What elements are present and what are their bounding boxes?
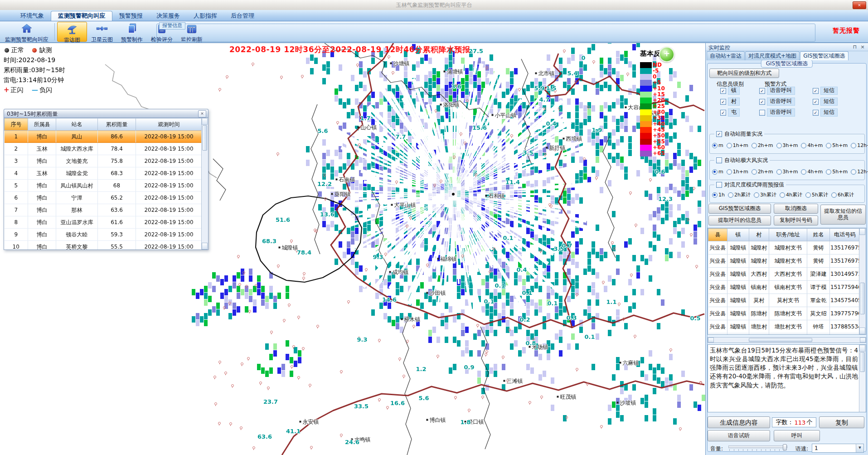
scroll-up-icon[interactable] (859, 228, 865, 235)
scroll-left-icon[interactable] (708, 338, 714, 342)
table-row[interactable]: 1博白凤山86.62022-08-19 15:00 (5, 131, 202, 143)
scroll-up-icon[interactable] (859, 345, 865, 352)
table-row[interactable]: 2玉林城隍大西水库78.42022-08-19 15:00 (5, 143, 202, 155)
radio-option[interactable]: 2h累计 (728, 191, 751, 198)
radio-option[interactable]: 12h+m (851, 142, 868, 148)
checkbox[interactable]: ✓ (720, 99, 726, 105)
extract-sms-informants-button[interactable]: 提取发短信的信息员 (820, 205, 866, 225)
scroll-up-icon[interactable] (202, 118, 208, 125)
group-checkbox[interactable]: ✓ (716, 131, 722, 137)
table-row[interactable]: 4玉林城隍金党68.32022-08-19 15:00 (5, 167, 202, 180)
radio-option[interactable]: 1h+m (727, 169, 748, 175)
radio-button[interactable] (826, 169, 831, 175)
radio-option[interactable]: 1h (712, 192, 725, 198)
rainfall-window-close-button[interactable]: × (198, 110, 206, 117)
checkbox[interactable]: ✓ (720, 110, 726, 116)
contact-row[interactable]: 兴业县城隍镇镇南村镇南村支书谭于模151775946 (708, 281, 860, 294)
panel-tab-1[interactable]: 自动站+雷达 (707, 51, 745, 60)
radio-option[interactable]: m (712, 142, 723, 148)
column-header[interactable]: 观测时间 (136, 118, 202, 131)
radio-button[interactable] (801, 143, 806, 148)
column-header[interactable]: 村 (749, 229, 769, 241)
copy-call-numbers-button[interactable]: 复制呼叫号码 (774, 215, 818, 225)
radio-button[interactable] (752, 169, 757, 175)
panel-tab-2[interactable]: 对流尺度模式+地图 (745, 51, 800, 60)
column-header[interactable]: 所属县 (28, 118, 56, 131)
radio-button[interactable] (805, 192, 811, 198)
checkbox[interactable]: ✓ (759, 88, 765, 94)
scrollbar-thumb[interactable] (202, 125, 207, 151)
scrollbar-thumb[interactable] (860, 352, 865, 372)
radio-option[interactable]: 5h+m (826, 169, 848, 175)
scrollbar-thumb[interactable] (749, 338, 812, 342)
scroll-down-icon[interactable] (202, 243, 208, 250)
radio-option[interactable]: 4h+m (801, 142, 823, 148)
window-close-button[interactable]: × (853, 1, 866, 9)
menu-tab-5[interactable]: 人影指挥 (187, 11, 224, 21)
radio-option[interactable]: 3h累计 (754, 191, 776, 198)
radio-option[interactable]: 2h+m (752, 142, 773, 148)
contacts-hscrollbar[interactable] (708, 337, 866, 343)
radio-button[interactable] (754, 192, 759, 198)
toolbar-button-home[interactable]: 监测预警靶向叫应 (1, 22, 52, 42)
table-row[interactable]: 3博白文地姜充75.82022-08-19 15:00 (5, 155, 202, 167)
menu-tab-2[interactable]: 监测预警靶向叫应 (51, 11, 112, 21)
radio-option[interactable]: 3h+m (776, 142, 798, 148)
radio-button[interactable] (727, 169, 732, 175)
contact-row[interactable]: 兴业县城隍镇塘肚村塘肚村支书钟塔137885534 (708, 320, 860, 333)
contact-row[interactable]: 兴业县城隍镇城隍村城隍村支书黄铸135176975 (708, 254, 860, 268)
radio-button[interactable] (752, 143, 757, 148)
radio-option[interactable]: 3h+m (776, 169, 798, 175)
toolbar-button-radar[interactable]: 雷达图 (57, 22, 87, 42)
radio-button[interactable] (801, 169, 806, 175)
table-row[interactable]: 5博白凤山镇凤山村682022-08-19 15:00 (5, 180, 202, 192)
message-scrollbar[interactable] (859, 345, 866, 412)
radio-button[interactable] (776, 143, 782, 148)
checkbox[interactable]: ✓ (813, 110, 819, 116)
checkbox[interactable]: ✓ (759, 99, 765, 105)
radio-option[interactable]: 4h+m (801, 169, 823, 175)
radio-button[interactable] (728, 192, 733, 198)
radio-option[interactable]: m (712, 169, 723, 175)
contact-row[interactable]: 兴业县城隍镇莫村莫村支书覃金乾134575405 (708, 294, 860, 307)
checkbox[interactable]: ✓ (813, 88, 819, 94)
voice-preview-button[interactable]: 语音试听 (708, 430, 770, 441)
column-header[interactable]: 姓名 (807, 229, 830, 241)
menu-tab-6[interactable]: 后台管理 (224, 11, 261, 21)
column-header[interactable]: 镇 (727, 229, 749, 241)
scroll-right-icon[interactable] (860, 338, 866, 342)
slider-track[interactable] (728, 445, 787, 448)
table-row[interactable]: 9博白顿谷大睦59.32022-08-19 15:00 (5, 229, 202, 241)
scroll-down-icon[interactable] (859, 328, 865, 334)
table-row[interactable]: 10博白英桥文黎55.52022-08-19 15:00 (5, 241, 202, 250)
rainfall-ranking-window[interactable]: 03时~15时累积雨量 × 序号所属县站名累积雨量观测时间1博白凤山86.620… (4, 109, 209, 250)
cancel-select-button[interactable]: 取消圈选 (774, 204, 818, 214)
contact-row[interactable]: 兴业县城隍镇城隍村城隍村支书黄铸135176975 (708, 241, 860, 254)
column-header[interactable]: 站名 (56, 118, 98, 131)
radio-button[interactable] (712, 169, 718, 175)
table-row[interactable]: 7博白那林63.62022-08-19 15:00 (5, 204, 202, 216)
column-header[interactable]: 电话号码 (830, 229, 860, 241)
checkbox[interactable] (759, 110, 765, 116)
contact-row[interactable]: 兴业县城隍镇枫木村枫木村支书吴以悦137375511 (708, 333, 860, 335)
scrollbar-thumb[interactable] (860, 283, 865, 314)
menu-tab-1[interactable]: 环境气象 (14, 11, 51, 21)
call-button[interactable]: 呼叫 (774, 430, 820, 441)
group-checkbox[interactable] (716, 182, 722, 188)
map-view[interactable]: 沙塘镇蒲塘镇北市镇洛阳镇小平山镇民乐镇山心镇西埌镇新圩镇大容山石南镇石和镇葵阳镇… (0, 43, 705, 455)
radio-button[interactable] (851, 143, 856, 148)
radio-button[interactable] (712, 143, 718, 148)
checkbox[interactable]: ✓ (813, 99, 819, 105)
generate-message-button[interactable]: 生成信息内容 (708, 416, 770, 428)
checkbox[interactable]: ✓ (720, 88, 726, 94)
group-checkbox[interactable] (716, 157, 722, 163)
speed-dropdown[interactable]: 1 ▼ (812, 444, 864, 453)
warning-message-text[interactable]: 玉林市气象台19日5时15分发布暴雨橙色预警信号：4时以来兴业县城隍大西水库已出… (708, 344, 866, 412)
column-header[interactable]: 序号 (5, 118, 28, 131)
gis-select-button[interactable]: GIS预警区域圈选 (708, 204, 771, 214)
radio-button[interactable] (712, 192, 718, 198)
radio-button[interactable] (831, 192, 837, 198)
column-header[interactable]: 累积雨量 (98, 118, 136, 131)
call-level-mode-button[interactable]: 靶向叫应的级别和方式 (709, 68, 779, 78)
radio-button[interactable] (851, 169, 856, 175)
